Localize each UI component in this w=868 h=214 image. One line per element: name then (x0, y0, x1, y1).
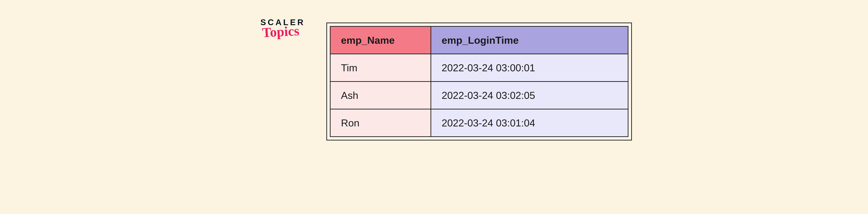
header-emp-name: emp_Name (330, 26, 431, 54)
table-header-row: emp_Name emp_LoginTime (330, 26, 628, 54)
cell-emp-logintime: 2022-03-24 03:01:04 (431, 109, 628, 137)
data-table-container: emp_Name emp_LoginTime Tim 2022-03-24 03… (327, 23, 632, 140)
header-emp-logintime: emp_LoginTime (431, 26, 628, 54)
cell-emp-name: Tim (330, 54, 431, 81)
table-row: Ron 2022-03-24 03:01:04 (330, 109, 628, 137)
table-row: Ash 2022-03-24 03:02:05 (330, 81, 628, 109)
cell-emp-logintime: 2022-03-24 03:00:01 (431, 54, 628, 81)
scaler-topics-logo: SCALER Topics (260, 18, 305, 38)
employee-login-table: emp_Name emp_LoginTime Tim 2022-03-24 03… (330, 26, 628, 137)
table-row: Tim 2022-03-24 03:00:01 (330, 54, 628, 81)
logo-line2: Topics (262, 24, 305, 40)
cell-emp-logintime: 2022-03-24 03:02:05 (431, 81, 628, 109)
cell-emp-name: Ron (330, 109, 431, 137)
cell-emp-name: Ash (330, 81, 431, 109)
